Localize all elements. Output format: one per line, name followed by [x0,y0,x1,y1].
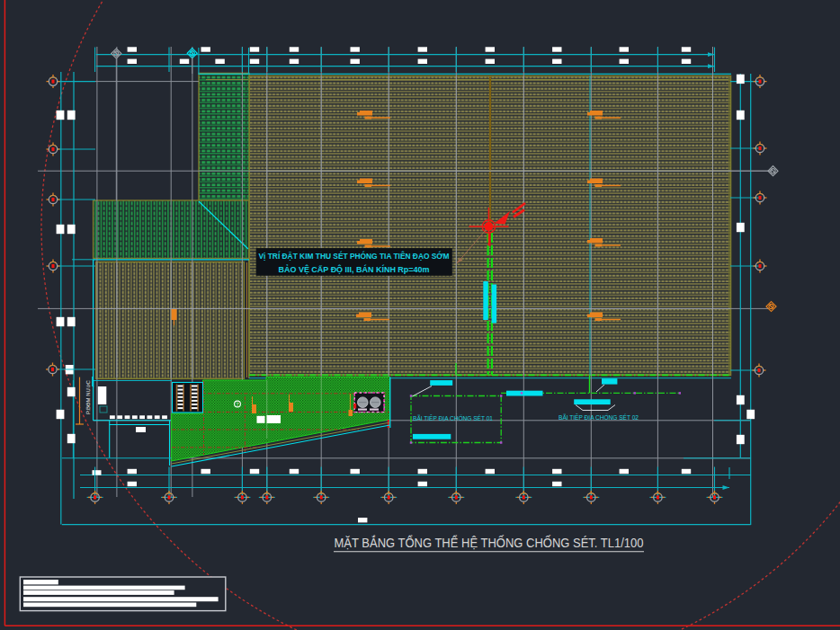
svg-text:Vị TRÍ ĐẶT KIM THU SÉT PHÓNG T: Vị TRÍ ĐẶT KIM THU SÉT PHÓNG TIA TIÊN ĐẠ… [259,251,450,261]
svg-text:BẢO VỆ CẤP ĐỘ III, BÁN KÍNH Rp: BẢO VỆ CẤP ĐỘ III, BÁN KÍNH Rp=40m [279,264,430,274]
svg-text:P.BƟM NƯớC: P.BƟM NƯớC [85,379,91,414]
svg-text:BÃI TIỄP ĐỊA CHỐNG SÉT 01: BÃI TIỄP ĐỊA CHỐNG SÉT 01 [413,413,493,421]
svg-text:MẶT BẮNG TỔNG THỂ HỆ THỐNG CHỐ: MẶT BẮNG TỔNG THỂ HỆ THỐNG CHỐNG SÉT. TL… [335,535,644,550]
svg-text:BÃI TIỄP ĐỊA CHỐNG SÉT 02: BÃI TIỄP ĐỊA CHỐNG SÉT 02 [559,413,639,421]
svg-text:7: 7 [236,402,238,407]
